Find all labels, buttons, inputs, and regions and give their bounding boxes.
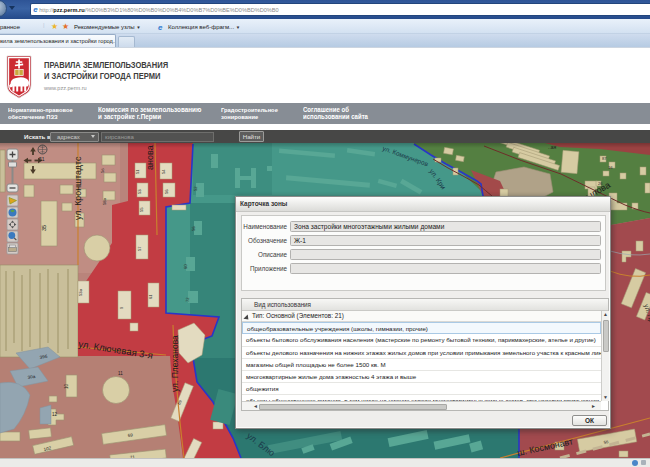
svg-text:61: 61 [148, 294, 153, 299]
svg-text:52: 52 [193, 186, 198, 191]
svg-text:анова: анова [145, 145, 155, 170]
svg-text:53: 53 [137, 189, 142, 194]
svg-text:12: 12 [52, 412, 58, 417]
svg-text:11: 11 [118, 371, 123, 376]
svg-text:87: 87 [602, 156, 607, 161]
svg-text:57: 57 [137, 246, 142, 251]
svg-text:53а: 53а [78, 288, 83, 296]
svg-text:35: 35 [41, 225, 47, 231]
svg-text:56: 56 [191, 226, 196, 231]
svg-text:55: 55 [139, 207, 144, 212]
svg-text:51: 51 [39, 156, 45, 162]
svg-text:5б: 5б [100, 168, 105, 173]
svg-text:51: 51 [135, 169, 140, 174]
svg-text:58а: 58а [102, 197, 107, 205]
svg-text:54: 54 [161, 169, 166, 174]
svg-text:ул. Кронштадтс: ул. Кронштадтс [73, 156, 83, 220]
svg-text:16: 16 [608, 165, 613, 170]
svg-text:26: 26 [598, 181, 603, 186]
svg-text:ул. Плеханова: ул. Плеханова [170, 335, 180, 392]
svg-text:60: 60 [183, 264, 188, 269]
svg-text:72: 72 [185, 297, 190, 302]
svg-text:56: 56 [164, 189, 169, 194]
svg-text:10: 10 [64, 383, 69, 389]
